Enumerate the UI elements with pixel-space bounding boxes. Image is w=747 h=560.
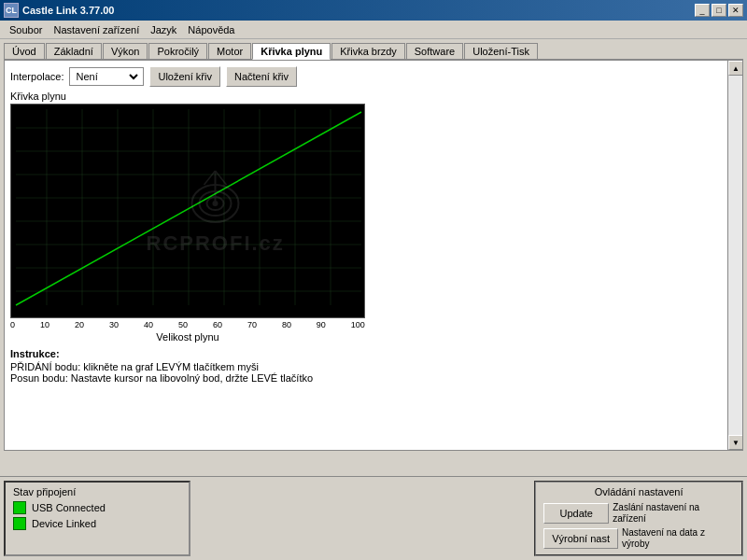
x-axis-labels: 0 10 20 30 40 50 60 70 80 90 100 (10, 318, 365, 331)
ulozeni-kriv-button[interactable]: Uložení křiv (149, 66, 219, 87)
chart-container: RCPROFI.cz (10, 104, 737, 343)
x-label-60: 60 (213, 320, 222, 329)
minimize-button[interactable]: _ (695, 4, 710, 17)
chart-canvas[interactable]: RCPROFI.cz (10, 104, 365, 318)
chart-area: RCPROFI.cz (10, 104, 737, 343)
tab-pokrocily[interactable]: Pokročilý (148, 43, 207, 60)
tab-software[interactable]: Software (406, 43, 463, 60)
instruction-line-2: Posun bodu: Nastavte kursor na libovolný… (10, 372, 737, 384)
app-icon: CL (4, 3, 19, 18)
x-label-100: 100 (351, 320, 365, 329)
scrollbar-right[interactable]: ▲ ▼ (727, 61, 742, 450)
instructions-title: Instrukce: (10, 348, 737, 359)
x-label-20: 20 (75, 320, 84, 329)
tab-krivka-plynu[interactable]: Křivka plynu (252, 43, 331, 60)
tab-zakladni[interactable]: Základní (46, 43, 102, 60)
tab-ulozeni-tisk[interactable]: Uložení-Tisk (464, 43, 538, 60)
x-label-80: 80 (282, 320, 291, 329)
title-bar: CL Castle Link 3.77.00 _ □ ✕ (0, 0, 747, 21)
update-button[interactable]: Update (543, 503, 609, 524)
scroll-up-button[interactable]: ▲ (728, 61, 743, 76)
tab-bar: Úvod Základní Výkon Pokročilý Motor Křiv… (0, 39, 747, 59)
nacteni-kriv-button[interactable]: Načtení křiv (226, 66, 297, 87)
status-device: Device Linked (13, 517, 181, 530)
instruction-line-1: PŘIDÁNÍ bodu: klikněte na graf LEVÝM tla… (10, 361, 737, 372)
x-label-0: 0 (10, 320, 15, 329)
title-bar-left: CL Castle Link 3.77.00 (4, 3, 114, 18)
x-label-40: 40 (144, 320, 153, 329)
interpolace-select[interactable]: Není Lineární Spline (69, 67, 144, 86)
bottom-bar: Stav připojení USB Connected Device Link… (0, 476, 747, 560)
x-label-10: 10 (40, 320, 49, 329)
title-bar-buttons: _ □ ✕ (695, 4, 743, 17)
update-desc: Zaslání nastavení na zařízení (613, 502, 725, 525)
vyrobni-desc: Nastavení na data z výroby (622, 527, 734, 550)
scroll-down-button[interactable]: ▼ (728, 435, 743, 450)
vyrobni-row: Výrobní nast Nastavení na data z výroby (543, 527, 734, 550)
interpolace-dropdown[interactable]: Není Lineární Spline (72, 70, 141, 83)
controls-title: Ovládání nastavení (543, 486, 734, 497)
tab-uvod[interactable]: Úvod (4, 43, 45, 60)
usb-led (13, 501, 26, 514)
status-usb: USB Connected (13, 501, 181, 514)
menu-bar: Soubor Nastavení zařízení Jazyk Nápověda (0, 21, 747, 39)
menu-soubor[interactable]: Soubor (4, 22, 48, 37)
x-label-50: 50 (178, 320, 188, 329)
x-label-70: 70 (247, 320, 257, 329)
x-label-90: 90 (317, 320, 326, 329)
device-led (13, 517, 26, 530)
status-panel: Stav připojení USB Connected Device Link… (4, 481, 190, 556)
tab-vykon[interactable]: Výkon (103, 43, 148, 60)
status-title: Stav připojení (13, 486, 181, 497)
scrollbar-track (728, 76, 742, 435)
interpolace-row: Interpolace: Není Lineární Spline Uložen… (10, 66, 737, 87)
tab-krivka-brzdy[interactable]: Křivka brzdy (331, 43, 405, 60)
vyrobni-nast-button[interactable]: Výrobní nast (543, 528, 618, 549)
device-label: Device Linked (32, 518, 96, 529)
tab-motor[interactable]: Motor (208, 43, 251, 60)
update-row: Update Zaslání nastavení na zařízení (543, 502, 734, 525)
maximize-button[interactable]: □ (712, 4, 726, 17)
x-label-30: 30 (109, 320, 119, 329)
controls-panel: Ovládání nastavení Update Zaslání nastav… (534, 481, 743, 556)
app-title: Castle Link 3.77.00 (22, 5, 114, 16)
menu-jazyk[interactable]: Jazyk (145, 22, 182, 37)
usb-label: USB Connected (32, 502, 106, 513)
main-content: Interpolace: Není Lineární Spline Uložen… (4, 59, 743, 451)
chart-svg[interactable] (11, 105, 365, 318)
menu-napoveda[interactable]: Nápověda (182, 22, 240, 37)
instructions: Instrukce: PŘIDÁNÍ bodu: klikněte na gra… (10, 348, 737, 384)
x-axis-title: Velikost plynu (10, 331, 365, 343)
menu-nastaveni[interactable]: Nastavení zařízení (48, 22, 145, 37)
chart-title: Křivka plynu (10, 91, 737, 102)
close-button[interactable]: ✕ (728, 4, 743, 17)
interpolace-label: Interpolace: (10, 71, 63, 82)
